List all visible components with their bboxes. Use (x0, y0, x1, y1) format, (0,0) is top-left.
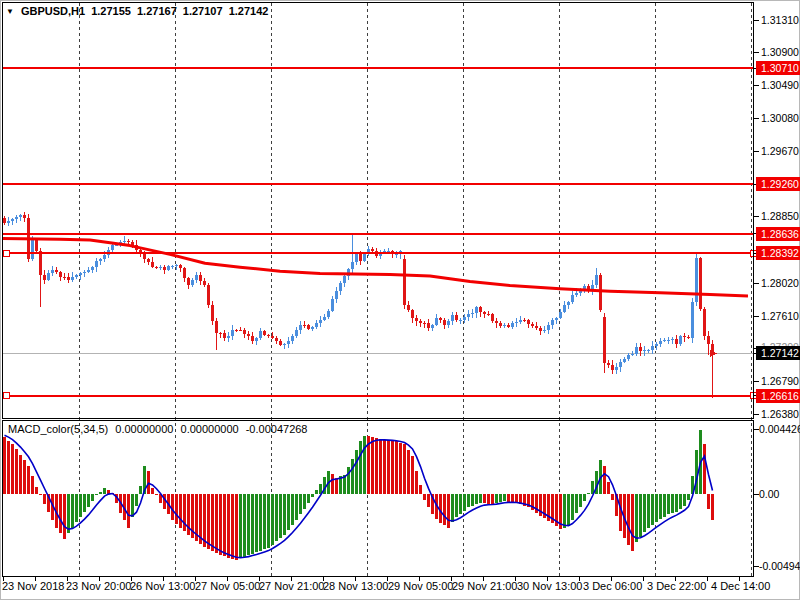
time-axis-label: 23 Nov 2018 (2, 580, 64, 593)
time-axis-label: 3 Dec 06:00 (583, 580, 642, 593)
price-level-lines[interactable] (2, 68, 756, 399)
macd-indicator-label: MACD_color(5,34,5) 0.00000000 0.00000000… (8, 423, 311, 435)
ohlc-close: 1.27142 (229, 5, 269, 17)
time-axis-label: 26 Nov 13:00 (130, 580, 195, 593)
macd-tick-label: 0.004426 (759, 423, 800, 435)
level-handle[interactable] (3, 250, 9, 256)
ohlc-open: 1.27155 (91, 5, 131, 17)
price-level-badge: 1.28636 (756, 227, 800, 241)
chart-canvas[interactable] (0, 0, 800, 600)
time-axis-label: 4 Dec 14:00 (711, 580, 770, 593)
price-tick-label: 1.26790 (761, 375, 800, 388)
price-tick-label: 1.29670 (761, 145, 800, 158)
ohlc-high: 1.27167 (137, 5, 177, 17)
time-axis-label: 28 Nov 13:00 (323, 580, 388, 593)
price-level-badge: 1.29260 (756, 177, 800, 191)
macd-indicator-name: MACD_color(5,34,5) (8, 423, 108, 435)
macd-value-1: 0.00000000 (115, 423, 173, 435)
candlesticks (3, 212, 714, 397)
level-handle[interactable] (3, 393, 9, 399)
time-axis-label: 29 Nov 05:00 (388, 580, 453, 593)
price-tick-label: 1.31310 (761, 14, 800, 27)
macd-signal-line (5, 435, 713, 557)
chart-window: ▼GBPUSD,H1 1.27155 1.27167 1.27107 1.271… (0, 0, 800, 600)
price-tick-label: 1.30080 (761, 112, 800, 125)
time-axis-label: 27 Nov 21:00 (259, 580, 324, 593)
price-tick-label: 1.28020 (761, 277, 800, 290)
price-tick-label: 1.30900 (761, 46, 800, 59)
macd-value-2: 0.00000000 (181, 423, 239, 435)
current-price-badge: 1.27142 (756, 346, 800, 360)
symbol-period-label: GBPUSD,H1 (21, 5, 85, 17)
time-axis-label: 23 Nov 20:00 (66, 580, 131, 593)
macd-value-3: -0.00047268 (246, 423, 308, 435)
price-tick-label: 1.30490 (761, 79, 800, 92)
symbol-dropdown-icon[interactable]: ▼ (6, 7, 14, 16)
macd-tick-label: -0.004947 (759, 560, 800, 572)
price-level-badge: 1.30710 (756, 61, 800, 75)
price-tick-label: 1.28850 (761, 210, 800, 223)
chart-title: ▼GBPUSD,H1 1.27155 1.27167 1.27107 1.271… (6, 5, 271, 17)
price-level-badge: 1.26616 (756, 389, 800, 403)
price-tick-label: 1.27610 (761, 310, 800, 323)
time-axis-label: 29 Nov 21:00 (452, 580, 517, 593)
macd-tick-label: 0.00 (759, 488, 800, 500)
ohlc-low: 1.27107 (183, 5, 223, 17)
time-axis-label: 3 Dec 22:00 (647, 580, 706, 593)
time-axis-label: 27 Nov 05:00 (195, 580, 260, 593)
price-tick-label: 1.26380 (761, 408, 800, 421)
price-level-badge: 1.28392 (756, 246, 800, 260)
time-axis-label: 30 Nov 13:00 (517, 580, 582, 593)
